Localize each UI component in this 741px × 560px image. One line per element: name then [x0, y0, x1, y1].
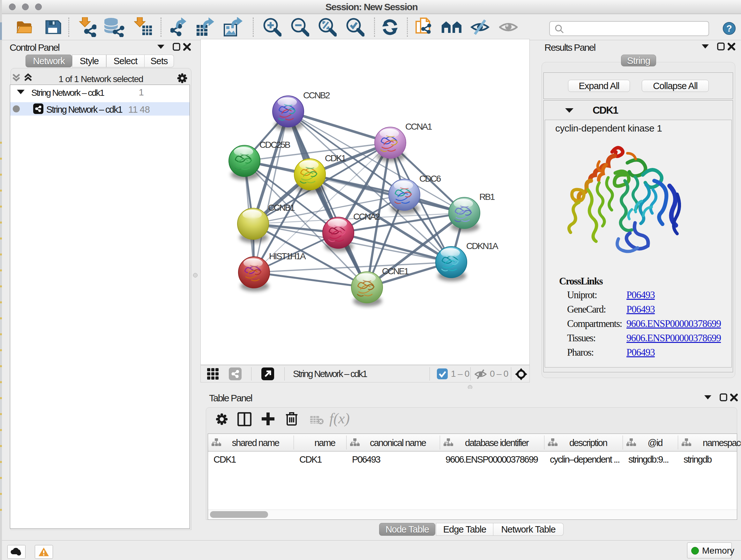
svg-text:CDKN1A: CDKN1A: [466, 241, 498, 251]
svg-text:CCNE1: CCNE1: [382, 266, 409, 276]
svg-text:CCNA2: CCNA2: [353, 212, 380, 222]
svg-text:CCNB1: CCNB1: [268, 203, 295, 212]
svg-text:CDK1: CDK1: [325, 153, 346, 163]
svg-text:CCNA1: CCNA1: [405, 122, 432, 132]
svg-text:?: ?: [726, 23, 732, 34]
svg-text:CDC25B: CDC25B: [259, 140, 290, 150]
svg-text:RB1: RB1: [479, 192, 495, 202]
svg-text:CDC6: CDC6: [419, 174, 441, 184]
svg-text:CCNB2: CCNB2: [303, 90, 330, 100]
svg-text:HIST1H1A: HIST1H1A: [269, 251, 306, 261]
